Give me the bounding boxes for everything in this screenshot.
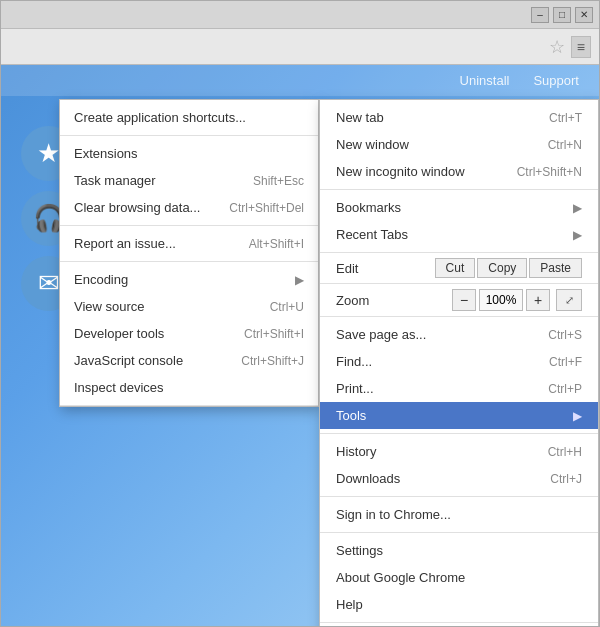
print-item[interactable]: Print... Ctrl+P — [320, 375, 598, 402]
zoom-out-button[interactable]: − — [452, 289, 476, 311]
page-content: Uninstall Support ★ 🎧 ✉ Get Tasks Done w… — [1, 65, 599, 626]
new-window-item[interactable]: New window Ctrl+N — [320, 131, 598, 158]
bookmarks-section: Bookmarks ▶ Recent Tabs ▶ — [320, 190, 598, 253]
edit-label: Edit — [336, 261, 435, 276]
edit-btn-group: Cut Copy Paste — [435, 258, 582, 278]
maximize-button[interactable]: □ — [553, 7, 571, 23]
report-issue-shortcut: Alt+Shift+I — [249, 237, 304, 251]
encoding-arrow-icon: ▶ — [295, 273, 304, 287]
minimize-button[interactable]: – — [531, 7, 549, 23]
copy-button[interactable]: Copy — [477, 258, 527, 278]
zoom-value: 100% — [479, 289, 523, 311]
new-tab-item[interactable]: New tab Ctrl+T — [320, 104, 598, 131]
create-shortcuts-item[interactable]: Create application shortcuts... — [60, 104, 318, 131]
zoom-in-button[interactable]: + — [526, 289, 550, 311]
zoom-row: Zoom − 100% + ⤢ — [320, 284, 598, 317]
browser-window: – □ ✕ ☆ ≡ Uninstall Support ★ 🎧 ✉ — [0, 0, 600, 627]
bookmarks-arrow-icon: ▶ — [573, 201, 582, 215]
title-bar: – □ ✕ — [1, 1, 599, 29]
developer-tools-item[interactable]: Developer tools Ctrl+Shift+I — [60, 320, 318, 347]
recent-tabs-item[interactable]: Recent Tabs ▶ — [320, 221, 598, 248]
print-shortcut: Ctrl+P — [548, 382, 582, 396]
downloads-item[interactable]: Downloads Ctrl+J — [320, 465, 598, 492]
javascript-console-shortcut: Ctrl+Shift+J — [241, 354, 304, 368]
new-tab-shortcut: Ctrl+T — [549, 111, 582, 125]
settings-section: Settings About Google Chrome Help — [320, 533, 598, 623]
exit-section: Exit Ctrl+Shift+Q — [320, 623, 598, 626]
zoom-label: Zoom — [336, 293, 452, 308]
page-nav: Uninstall Support — [1, 65, 599, 96]
clear-browsing-item[interactable]: Clear browsing data... Ctrl+Shift+Del — [60, 194, 318, 221]
paste-button[interactable]: Paste — [529, 258, 582, 278]
tools-section-3: Report an issue... Alt+Shift+I — [60, 226, 318, 262]
support-link[interactable]: Support — [533, 73, 579, 88]
close-button[interactable]: ✕ — [575, 7, 593, 23]
inspect-devices-item[interactable]: Inspect devices — [60, 374, 318, 401]
downloads-shortcut: Ctrl+J — [550, 472, 582, 486]
tools-submenu: Create application shortcuts... Extensio… — [59, 99, 319, 407]
about-item[interactable]: About Google Chrome — [320, 564, 598, 591]
settings-item[interactable]: Settings — [320, 537, 598, 564]
find-item[interactable]: Find... Ctrl+F — [320, 348, 598, 375]
task-manager-item[interactable]: Task manager Shift+Esc — [60, 167, 318, 194]
chrome-menu-button[interactable]: ≡ — [571, 36, 591, 58]
history-shortcut: Ctrl+H — [548, 445, 582, 459]
zoom-controls: − 100% + ⤢ — [452, 289, 582, 311]
save-page-shortcut: Ctrl+S — [548, 328, 582, 342]
new-incognito-item[interactable]: New incognito window Ctrl+Shift+N — [320, 158, 598, 185]
tools-section-2: Extensions Task manager Shift+Esc Clear … — [60, 136, 318, 226]
new-section: New tab Ctrl+T New window Ctrl+N New inc… — [320, 100, 598, 190]
encoding-item[interactable]: Encoding ▶ — [60, 266, 318, 293]
extensions-item[interactable]: Extensions — [60, 140, 318, 167]
chrome-dropdown-menu: New tab Ctrl+T New window Ctrl+N New inc… — [319, 99, 599, 626]
view-source-shortcut: Ctrl+U — [270, 300, 304, 314]
developer-tools-shortcut: Ctrl+Shift+I — [244, 327, 304, 341]
sign-in-item[interactable]: Sign in to Chrome... — [320, 501, 598, 528]
save-section: Save page as... Ctrl+S Find... Ctrl+F Pr… — [320, 317, 598, 434]
new-incognito-shortcut: Ctrl+Shift+N — [517, 165, 582, 179]
report-issue-item[interactable]: Report an issue... Alt+Shift+I — [60, 230, 318, 257]
bookmark-star-icon[interactable]: ☆ — [549, 36, 565, 58]
tools-item[interactable]: Tools ▶ — [320, 402, 598, 429]
clear-browsing-shortcut: Ctrl+Shift+Del — [229, 201, 304, 215]
nav-bar: ☆ ≡ — [1, 29, 599, 65]
signin-section: Sign in to Chrome... — [320, 497, 598, 533]
find-shortcut: Ctrl+F — [549, 355, 582, 369]
save-page-item[interactable]: Save page as... Ctrl+S — [320, 321, 598, 348]
tools-section-4: Encoding ▶ View source Ctrl+U Developer … — [60, 262, 318, 406]
zoom-fullscreen-button[interactable]: ⤢ — [556, 289, 582, 311]
cut-button[interactable]: Cut — [435, 258, 476, 278]
bookmarks-item[interactable]: Bookmarks ▶ — [320, 194, 598, 221]
history-item[interactable]: History Ctrl+H — [320, 438, 598, 465]
uninstall-link[interactable]: Uninstall — [460, 73, 510, 88]
tools-section-1: Create application shortcuts... — [60, 100, 318, 136]
help-item[interactable]: Help — [320, 591, 598, 618]
javascript-console-item[interactable]: JavaScript console Ctrl+Shift+J — [60, 347, 318, 374]
view-source-item[interactable]: View source Ctrl+U — [60, 293, 318, 320]
edit-row: Edit Cut Copy Paste — [320, 253, 598, 284]
history-section: History Ctrl+H Downloads Ctrl+J — [320, 434, 598, 497]
task-manager-shortcut: Shift+Esc — [253, 174, 304, 188]
recent-tabs-arrow-icon: ▶ — [573, 228, 582, 242]
title-bar-buttons: – □ ✕ — [531, 7, 593, 23]
tools-arrow-icon: ▶ — [573, 409, 582, 423]
new-window-shortcut: Ctrl+N — [548, 138, 582, 152]
